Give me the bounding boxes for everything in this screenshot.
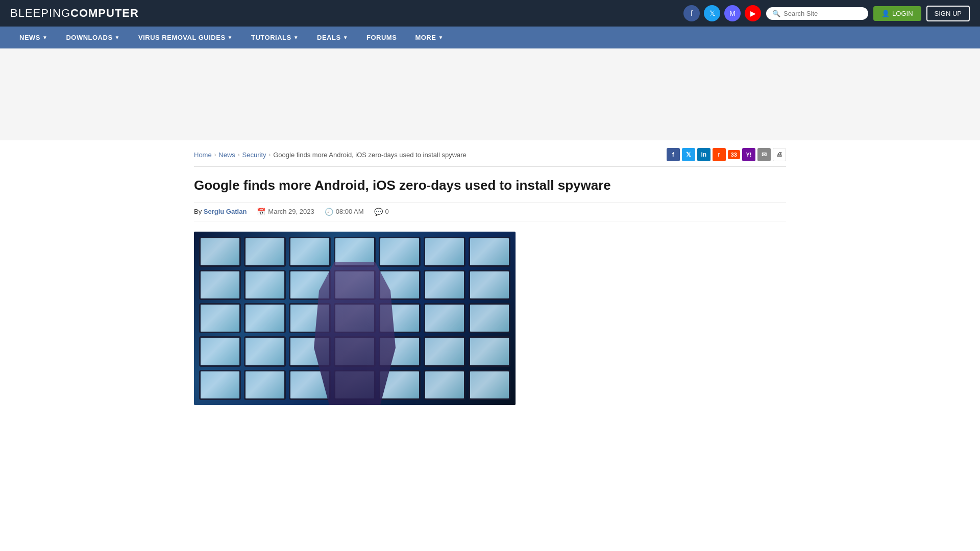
article-date: 📅 March 29, 2023 — [257, 208, 314, 216]
breadcrumb-separator: › — [269, 152, 271, 158]
article-author: By Sergiu Gatlan — [194, 208, 247, 215]
nav-tutorials[interactable]: TUTORIALS ▼ — [242, 27, 308, 48]
breadcrumb: Home › News › Security › Google finds mo… — [194, 151, 467, 159]
share-print-button[interactable]: 🖨 — [773, 148, 786, 161]
share-twitter-button[interactable]: 𝕏 — [682, 148, 695, 161]
search-input[interactable] — [783, 10, 862, 17]
chevron-down-icon: ▼ — [115, 35, 120, 40]
nav-more[interactable]: MORE ▼ — [406, 27, 452, 48]
breadcrumb-share-row: Home › News › Security › Google finds mo… — [194, 140, 786, 167]
chevron-down-icon: ▼ — [343, 35, 348, 40]
author-link[interactable]: Sergiu Gatlan — [204, 208, 247, 215]
site-logo[interactable]: BLEEPINGCOMPUTER — [10, 7, 139, 20]
social-icons: f 𝕏 M ▶ — [683, 5, 761, 21]
user-icon: 👤 — [881, 10, 890, 17]
content-wrapper: Home › News › Security › Google finds mo… — [184, 140, 796, 405]
comment-icon: 💬 — [374, 208, 383, 216]
article-title: Google finds more Android, iOS zero-days… — [194, 177, 786, 194]
breadcrumb-current: Google finds more Android, iOS zero-days… — [273, 151, 467, 159]
share-yahoo-button[interactable]: Y! — [742, 148, 755, 161]
twitter-icon[interactable]: 𝕏 — [704, 5, 720, 21]
nav-news[interactable]: NEWS ▼ — [10, 27, 57, 48]
article-time: 🕗 08:00 AM — [325, 208, 364, 216]
search-icon: 🔍 — [772, 10, 780, 17]
login-button[interactable]: 👤 LOGIN — [873, 6, 921, 21]
site-header: BLEEPINGCOMPUTER f 𝕏 M ▶ 🔍 👤 LOGIN SIGN … — [0, 0, 980, 27]
share-reddit-button[interactable]: r — [713, 148, 726, 161]
youtube-icon[interactable]: ▶ — [745, 5, 761, 21]
signup-button[interactable]: SIGN UP — [926, 6, 970, 21]
mastodon-icon[interactable]: M — [724, 5, 741, 21]
nav-downloads[interactable]: DOWNLOADS ▼ — [57, 27, 129, 48]
main-nav: NEWS ▼ DOWNLOADS ▼ VIRUS REMOVAL GUIDES … — [0, 27, 980, 48]
chevron-down-icon: ▼ — [293, 35, 299, 40]
breadcrumb-home[interactable]: Home — [194, 151, 212, 159]
share-icons-row: f 𝕏 in r 33 Y! ✉ 🖨 — [667, 148, 786, 161]
breadcrumb-separator: › — [238, 152, 240, 158]
chevron-down-icon: ▼ — [438, 35, 443, 40]
article-hero-image — [194, 232, 516, 405]
share-email-button[interactable]: ✉ — [757, 148, 771, 161]
share-linkedin-button[interactable]: in — [697, 148, 710, 161]
chevron-down-icon: ▼ — [228, 35, 233, 40]
breadcrumb-security[interactable]: Security — [242, 151, 266, 159]
nav-virus-removal[interactable]: VIRUS REMOVAL GUIDES ▼ — [129, 27, 242, 48]
nav-deals[interactable]: DEALS ▼ — [308, 27, 357, 48]
share-count: 33 — [728, 150, 740, 159]
breadcrumb-news[interactable]: News — [218, 151, 235, 159]
facebook-icon[interactable]: f — [683, 5, 700, 21]
share-facebook-button[interactable]: f — [667, 148, 680, 161]
header-right: f 𝕏 M ▶ 🔍 👤 LOGIN SIGN UP — [683, 5, 970, 21]
article-meta: By Sergiu Gatlan 📅 March 29, 2023 🕗 08:0… — [194, 202, 786, 221]
search-box: 🔍 — [766, 7, 868, 20]
chevron-down-icon: ▼ — [42, 35, 47, 40]
clock-icon: 🕗 — [325, 208, 333, 216]
breadcrumb-separator: › — [214, 152, 216, 158]
article-comments: 💬 0 — [374, 208, 389, 216]
logo-text-light: BLEEPING — [10, 7, 70, 19]
calendar-icon: 📅 — [257, 208, 265, 216]
logo-text-bold: COMPUTER — [70, 7, 139, 19]
advertisement-banner — [0, 48, 980, 140]
nav-forums[interactable]: FORUMS — [357, 27, 406, 48]
